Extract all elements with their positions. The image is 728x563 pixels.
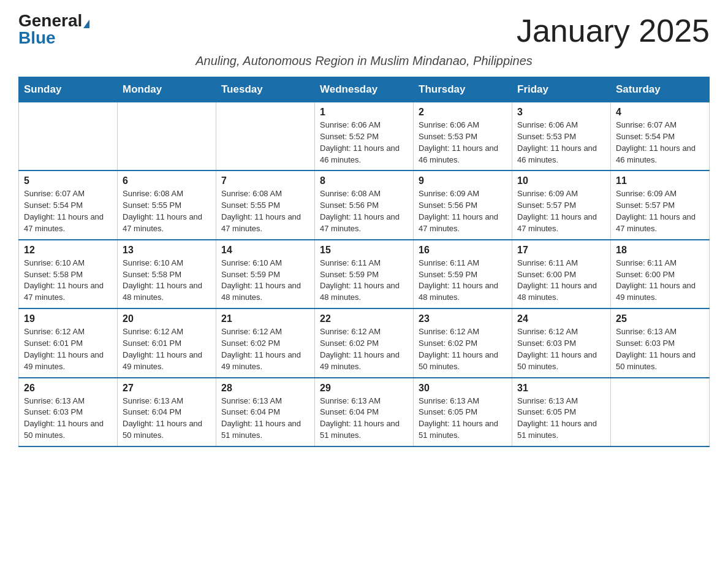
table-row: 12Sunrise: 6:10 AM Sunset: 5:58 PM Dayli… bbox=[19, 240, 118, 308]
col-wednesday: Wednesday bbox=[315, 77, 414, 102]
day-number: 16 bbox=[419, 245, 507, 256]
table-row: 13Sunrise: 6:10 AM Sunset: 5:58 PM Dayli… bbox=[118, 240, 216, 308]
month-title: January 2025 bbox=[517, 12, 710, 49]
day-number: 20 bbox=[123, 313, 211, 324]
day-number: 11 bbox=[616, 175, 704, 186]
day-number: 28 bbox=[221, 383, 309, 394]
day-info: Sunrise: 6:09 AM Sunset: 5:57 PM Dayligh… bbox=[517, 188, 605, 234]
table-row: 22Sunrise: 6:12 AM Sunset: 6:02 PM Dayli… bbox=[315, 308, 414, 377]
day-info: Sunrise: 6:08 AM Sunset: 5:55 PM Dayligh… bbox=[123, 188, 211, 234]
day-number: 7 bbox=[221, 175, 309, 186]
day-info: Sunrise: 6:11 AM Sunset: 6:00 PM Dayligh… bbox=[517, 258, 605, 304]
day-number: 1 bbox=[320, 107, 408, 118]
day-info: Sunrise: 6:13 AM Sunset: 6:05 PM Dayligh… bbox=[419, 396, 507, 442]
table-row: 9Sunrise: 6:09 AM Sunset: 5:56 PM Daylig… bbox=[414, 170, 512, 239]
day-info: Sunrise: 6:12 AM Sunset: 6:02 PM Dayligh… bbox=[320, 326, 408, 372]
table-row: 4Sunrise: 6:07 AM Sunset: 5:54 PM Daylig… bbox=[611, 102, 710, 171]
day-info: Sunrise: 6:13 AM Sunset: 6:05 PM Dayligh… bbox=[517, 396, 605, 442]
day-number: 25 bbox=[616, 313, 704, 324]
day-info: Sunrise: 6:11 AM Sunset: 5:59 PM Dayligh… bbox=[320, 258, 408, 304]
subtitle: Anuling, Autonomous Region in Muslim Min… bbox=[18, 54, 710, 68]
day-info: Sunrise: 6:08 AM Sunset: 5:55 PM Dayligh… bbox=[221, 188, 309, 234]
day-info: Sunrise: 6:13 AM Sunset: 6:04 PM Dayligh… bbox=[320, 396, 408, 442]
day-number: 14 bbox=[221, 245, 309, 256]
col-thursday: Thursday bbox=[414, 77, 512, 102]
day-number: 2 bbox=[419, 107, 507, 118]
day-number: 4 bbox=[616, 107, 704, 118]
day-info: Sunrise: 6:09 AM Sunset: 5:56 PM Dayligh… bbox=[419, 188, 507, 234]
day-number: 31 bbox=[517, 383, 605, 394]
day-info: Sunrise: 6:13 AM Sunset: 6:03 PM Dayligh… bbox=[24, 396, 112, 442]
table-row: 25Sunrise: 6:13 AM Sunset: 6:03 PM Dayli… bbox=[611, 308, 710, 377]
calendar-header-row: Sunday Monday Tuesday Wednesday Thursday… bbox=[19, 77, 710, 102]
calendar-table: Sunday Monday Tuesday Wednesday Thursday… bbox=[18, 77, 710, 447]
table-row: 8Sunrise: 6:08 AM Sunset: 5:56 PM Daylig… bbox=[315, 170, 414, 239]
day-number: 27 bbox=[123, 383, 211, 394]
table-row: 10Sunrise: 6:09 AM Sunset: 5:57 PM Dayli… bbox=[512, 170, 611, 239]
day-info: Sunrise: 6:11 AM Sunset: 6:00 PM Dayligh… bbox=[616, 258, 704, 304]
calendar-week-row: 26Sunrise: 6:13 AM Sunset: 6:03 PM Dayli… bbox=[19, 378, 710, 446]
day-info: Sunrise: 6:12 AM Sunset: 6:02 PM Dayligh… bbox=[419, 326, 507, 372]
table-row: 11Sunrise: 6:09 AM Sunset: 5:57 PM Dayli… bbox=[611, 170, 710, 239]
table-row: 19Sunrise: 6:12 AM Sunset: 6:01 PM Dayli… bbox=[19, 308, 118, 377]
logo: General Blue bbox=[18, 12, 89, 47]
day-number: 21 bbox=[221, 313, 309, 324]
day-info: Sunrise: 6:12 AM Sunset: 6:02 PM Dayligh… bbox=[221, 326, 309, 372]
table-row: 5Sunrise: 6:07 AM Sunset: 5:54 PM Daylig… bbox=[19, 170, 118, 239]
day-number: 22 bbox=[320, 313, 408, 324]
day-info: Sunrise: 6:13 AM Sunset: 6:04 PM Dayligh… bbox=[221, 396, 309, 442]
table-row bbox=[118, 102, 216, 171]
table-row: 18Sunrise: 6:11 AM Sunset: 6:00 PM Dayli… bbox=[611, 240, 710, 308]
table-row: 1Sunrise: 6:06 AM Sunset: 5:52 PM Daylig… bbox=[315, 102, 414, 171]
page-header: General Blue January 2025 bbox=[18, 12, 710, 49]
col-sunday: Sunday bbox=[19, 77, 118, 102]
table-row: 30Sunrise: 6:13 AM Sunset: 6:05 PM Dayli… bbox=[414, 378, 512, 446]
logo-general-text: General bbox=[18, 11, 82, 30]
day-number: 10 bbox=[517, 175, 605, 186]
table-row bbox=[611, 378, 710, 446]
day-info: Sunrise: 6:08 AM Sunset: 5:56 PM Dayligh… bbox=[320, 188, 408, 234]
day-info: Sunrise: 6:12 AM Sunset: 6:01 PM Dayligh… bbox=[123, 326, 211, 372]
table-row: 6Sunrise: 6:08 AM Sunset: 5:55 PM Daylig… bbox=[118, 170, 216, 239]
table-row: 17Sunrise: 6:11 AM Sunset: 6:00 PM Dayli… bbox=[512, 240, 611, 308]
day-number: 3 bbox=[517, 107, 605, 118]
day-info: Sunrise: 6:07 AM Sunset: 5:54 PM Dayligh… bbox=[616, 120, 704, 166]
table-row: 16Sunrise: 6:11 AM Sunset: 5:59 PM Dayli… bbox=[414, 240, 512, 308]
table-row: 20Sunrise: 6:12 AM Sunset: 6:01 PM Dayli… bbox=[118, 308, 216, 377]
logo-triangle-icon bbox=[83, 20, 89, 28]
day-number: 17 bbox=[517, 245, 605, 256]
day-number: 29 bbox=[320, 383, 408, 394]
day-info: Sunrise: 6:06 AM Sunset: 5:53 PM Dayligh… bbox=[517, 120, 605, 166]
col-monday: Monday bbox=[118, 77, 216, 102]
day-info: Sunrise: 6:06 AM Sunset: 5:52 PM Dayligh… bbox=[320, 120, 408, 166]
day-info: Sunrise: 6:10 AM Sunset: 5:59 PM Dayligh… bbox=[221, 258, 309, 304]
day-info: Sunrise: 6:13 AM Sunset: 6:04 PM Dayligh… bbox=[123, 396, 211, 442]
day-info: Sunrise: 6:10 AM Sunset: 5:58 PM Dayligh… bbox=[123, 258, 211, 304]
table-row: 31Sunrise: 6:13 AM Sunset: 6:05 PM Dayli… bbox=[512, 378, 611, 446]
day-info: Sunrise: 6:12 AM Sunset: 6:01 PM Dayligh… bbox=[24, 326, 112, 372]
table-row: 14Sunrise: 6:10 AM Sunset: 5:59 PM Dayli… bbox=[216, 240, 315, 308]
day-number: 5 bbox=[24, 175, 112, 186]
table-row: 29Sunrise: 6:13 AM Sunset: 6:04 PM Dayli… bbox=[315, 378, 414, 446]
day-number: 6 bbox=[123, 175, 211, 186]
day-info: Sunrise: 6:12 AM Sunset: 6:03 PM Dayligh… bbox=[517, 326, 605, 372]
table-row: 7Sunrise: 6:08 AM Sunset: 5:55 PM Daylig… bbox=[216, 170, 315, 239]
day-info: Sunrise: 6:09 AM Sunset: 5:57 PM Dayligh… bbox=[616, 188, 704, 234]
col-tuesday: Tuesday bbox=[216, 77, 315, 102]
day-info: Sunrise: 6:07 AM Sunset: 5:54 PM Dayligh… bbox=[24, 188, 112, 234]
calendar-week-row: 1Sunrise: 6:06 AM Sunset: 5:52 PM Daylig… bbox=[19, 102, 710, 171]
calendar-week-row: 12Sunrise: 6:10 AM Sunset: 5:58 PM Dayli… bbox=[19, 240, 710, 308]
logo-blue-text: Blue bbox=[18, 28, 56, 47]
day-info: Sunrise: 6:11 AM Sunset: 5:59 PM Dayligh… bbox=[419, 258, 507, 304]
table-row: 24Sunrise: 6:12 AM Sunset: 6:03 PM Dayli… bbox=[512, 308, 611, 377]
day-number: 19 bbox=[24, 313, 112, 324]
table-row bbox=[216, 102, 315, 171]
day-number: 18 bbox=[616, 245, 704, 256]
day-number: 13 bbox=[123, 245, 211, 256]
table-row: 26Sunrise: 6:13 AM Sunset: 6:03 PM Dayli… bbox=[19, 378, 118, 446]
day-number: 15 bbox=[320, 245, 408, 256]
day-number: 8 bbox=[320, 175, 408, 186]
table-row bbox=[19, 102, 118, 171]
day-number: 12 bbox=[24, 245, 112, 256]
day-info: Sunrise: 6:06 AM Sunset: 5:53 PM Dayligh… bbox=[419, 120, 507, 166]
